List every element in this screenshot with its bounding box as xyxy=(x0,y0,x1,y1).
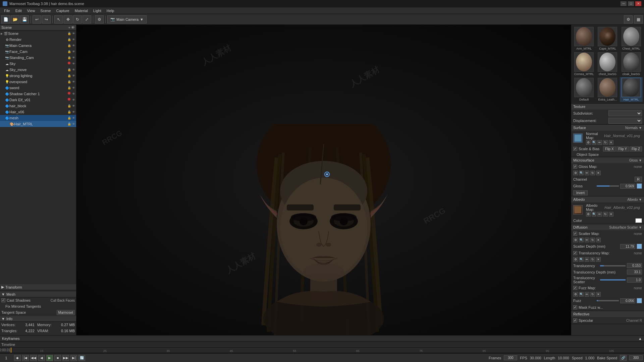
normal-settings-icon[interactable]: ⚙ xyxy=(586,140,591,145)
tree-item-mesh[interactable]: 🔷 mesh 🔒 👁 xyxy=(0,115,76,121)
bake-speed-input[interactable] xyxy=(629,355,643,360)
mat-item-chest-low[interactable]: chest_lowSG xyxy=(596,52,619,76)
mat-item-hair[interactable]: Hair_MTRL xyxy=(620,77,643,102)
tree-item-dark-elf[interactable]: 🔷 Dark Elf_v01 👁 xyxy=(0,97,76,103)
albedo-settings-icon[interactable]: ⚙ xyxy=(586,212,591,217)
mat-item-cornea[interactable]: Cornea_MTRL xyxy=(573,52,595,76)
menu-light[interactable]: Light xyxy=(91,7,104,14)
albedo-delete-icon[interactable]: ✕ xyxy=(609,212,613,217)
skip-forward-button[interactable]: ▶▶ xyxy=(62,355,69,361)
open-button[interactable]: 📂 xyxy=(11,15,19,23)
gloss-refresh-icon[interactable]: ↻ xyxy=(590,171,595,175)
save-button[interactable]: 💾 xyxy=(20,15,29,23)
menu-material[interactable]: Material xyxy=(72,7,91,14)
scene-tree-header[interactable]: Scene + 👁 xyxy=(0,25,76,31)
gloss-settings-icon[interactable]: ⚙ xyxy=(573,171,578,175)
gloss-search-icon[interactable]: 🔍 xyxy=(579,171,584,175)
flip-y-button[interactable]: Flip Y xyxy=(616,146,629,152)
tree-item-scene[interactable]: ▶ 🎬 Scene 🔒 👁 xyxy=(0,31,76,37)
scatter-edit-icon[interactable]: ✏ xyxy=(585,238,589,242)
scatter-color[interactable] xyxy=(637,244,642,249)
fuzz-slider[interactable] xyxy=(597,300,619,301)
tree-item-sky-move[interactable]: ☁ Sky_move 🔒 👁 xyxy=(0,67,76,73)
skip-back-button[interactable]: ◀◀ xyxy=(30,355,37,361)
minimize-button[interactable]: ─ xyxy=(621,1,627,6)
fuzz-delete-icon[interactable]: ✕ xyxy=(596,292,601,297)
tree-item-face-cam[interactable]: 📷 Face_Cam 🔒 👁 xyxy=(0,49,76,55)
scatter-search-icon[interactable]: 🔍 xyxy=(579,238,584,242)
albedo-section-header[interactable]: Albedo Albedo ▼ xyxy=(571,196,644,202)
scatter-refresh-icon[interactable]: ↻ xyxy=(590,238,595,242)
menu-capture[interactable]: Capture xyxy=(54,7,72,14)
albedo-color-swatch[interactable] xyxy=(635,218,642,223)
scale-bias-checkbox[interactable]: ✓ xyxy=(573,147,577,151)
displacement-dropdown[interactable] xyxy=(608,118,642,124)
trans-search-icon[interactable]: 🔍 xyxy=(579,257,584,262)
expand-timeline-icon[interactable]: ▲ xyxy=(638,337,642,341)
camera-selector[interactable]: 📷 Main Camera ▼ xyxy=(107,15,147,23)
mat-item-arm[interactable]: Arm_MTRL xyxy=(573,26,595,51)
mat-item-chest[interactable]: Chest_MTRL xyxy=(620,26,643,51)
tree-item-sword[interactable]: 🔷 sword 🔒 👁 xyxy=(0,85,76,91)
mask-fuzz-checkbox[interactable]: ✓ xyxy=(573,305,577,309)
fuzz-map-checkbox[interactable]: ✓ xyxy=(573,286,577,290)
render-button[interactable]: ⚙ xyxy=(95,15,104,23)
normal-refresh-icon[interactable]: ↻ xyxy=(603,140,608,145)
flip-z-button[interactable]: Flip Z xyxy=(630,146,642,152)
ruler-area[interactable]: 15 25 35 45 55 65 75 85 95 105 xyxy=(10,348,644,353)
diffusion-section-header[interactable]: Diffusion Subsurface Scatter ▼ xyxy=(571,224,644,230)
bake-icon[interactable]: 🔗 xyxy=(620,355,627,361)
scatter-delete-icon[interactable]: ✕ xyxy=(596,238,601,242)
invert-button[interactable]: Invert xyxy=(573,190,588,195)
cast-shadows-checkbox[interactable]: ✓ xyxy=(1,298,5,302)
albedo-search-icon[interactable]: 🔍 xyxy=(592,212,596,217)
mat-item-default[interactable]: Default xyxy=(573,77,595,102)
translucency-slider[interactable] xyxy=(600,265,626,266)
menu-help[interactable]: Help xyxy=(104,7,117,14)
tree-item-sky[interactable]: ☁ Sky 👁 xyxy=(0,61,76,67)
fuzz-color[interactable] xyxy=(637,298,642,303)
menu-edit[interactable]: Edit xyxy=(13,7,24,14)
tree-item-main-camera[interactable]: 📷 Main Camera 🔒 👁 xyxy=(0,43,76,49)
normal-delete-icon[interactable]: ✕ xyxy=(609,140,613,145)
transform-header[interactable]: ▶ Transform xyxy=(0,284,76,290)
gloss-delete-icon[interactable]: ✕ xyxy=(596,171,601,175)
tree-item-strong-lighting[interactable]: 💡 strong lighting 🔒 👁 xyxy=(0,73,76,79)
fuzz-search-icon[interactable]: 🔍 xyxy=(579,292,584,297)
normal-edit-icon[interactable]: ✏ xyxy=(597,140,602,145)
stop-button[interactable]: ■ xyxy=(54,355,61,361)
playhead[interactable] xyxy=(11,348,11,353)
prev-keyframe-button[interactable]: |◀ xyxy=(22,355,29,361)
normal-search-icon[interactable]: 🔍 xyxy=(592,140,596,145)
specular-checkbox[interactable]: ✓ xyxy=(573,318,577,322)
albedo-edit-icon[interactable]: ✏ xyxy=(597,212,602,217)
fuzz-settings-icon[interactable]: ⚙ xyxy=(573,292,578,297)
reflective-section-header[interactable]: Reflective xyxy=(571,311,644,317)
redo-button[interactable]: ↪ xyxy=(42,15,51,23)
menu-view[interactable]: View xyxy=(24,7,38,14)
maximize-button[interactable]: □ xyxy=(628,1,634,6)
trans-settings-icon[interactable]: ⚙ xyxy=(573,257,578,262)
add-keyframe-button[interactable]: ◆ xyxy=(14,355,21,361)
trans-edit-icon[interactable]: ✏ xyxy=(585,257,589,262)
rotate-tool[interactable]: ↻ xyxy=(73,15,82,23)
translucency-scatter-slider[interactable] xyxy=(600,279,626,281)
gloss-color-swatch[interactable] xyxy=(637,183,642,189)
close-button[interactable]: ✕ xyxy=(635,1,641,6)
back-button[interactable]: ◀ xyxy=(38,355,45,361)
gloss-slider[interactable] xyxy=(597,185,619,187)
tree-item-overexposed[interactable]: 💡 ovexposed 🔒 👁 xyxy=(0,79,76,85)
move-tool[interactable]: ✥ xyxy=(64,15,72,23)
tangent-space-dropdown[interactable]: Marmoset xyxy=(57,310,75,315)
microsurface-section-header[interactable]: Microsurface Gloss ▼ xyxy=(571,157,644,163)
tree-item-hair-mtrl[interactable]: 🎨 Hair_MTRL 🔒 👁 xyxy=(0,121,76,127)
flip-x-button[interactable]: Flip X xyxy=(603,146,616,152)
translucency-map-checkbox[interactable]: ✓ xyxy=(573,251,577,255)
mat-item-cloak[interactable]: cloak_lowSG xyxy=(620,52,643,76)
albedo-refresh-icon[interactable]: ↻ xyxy=(603,212,608,217)
surface-section-header[interactable]: Surface Normals ▼ xyxy=(571,125,644,131)
settings-button[interactable]: ⚙ xyxy=(624,15,633,23)
visibility-icon[interactable]: 👁 xyxy=(71,25,75,29)
add-icon[interactable]: + xyxy=(68,25,70,29)
info-header[interactable]: ▼ Info xyxy=(0,316,76,322)
